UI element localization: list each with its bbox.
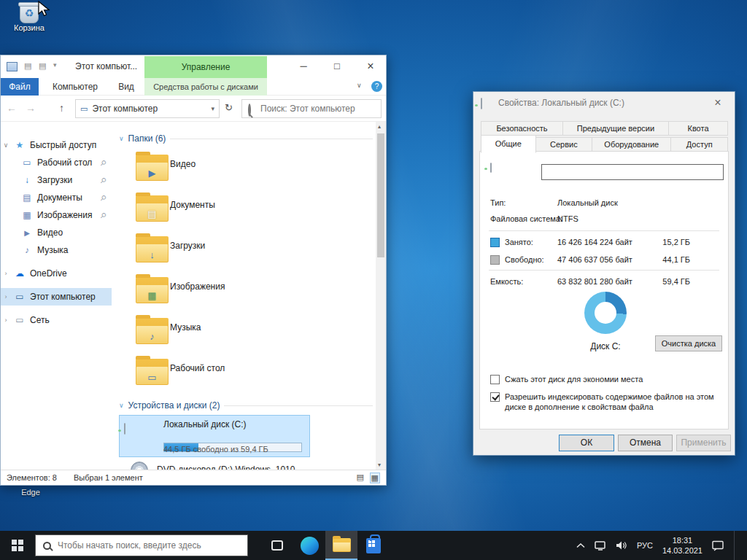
group-divider: [224, 405, 373, 406]
sidebar-item-label: Видео: [37, 228, 63, 238]
apply-button[interactable]: Применить: [676, 435, 731, 451]
chevron-right-icon[interactable]: [2, 293, 9, 300]
address-bar-row: Этот компьютер: [1, 96, 386, 122]
chevron-right-icon[interactable]: [2, 270, 9, 277]
tab-computer[interactable]: Компьютер: [42, 78, 109, 96]
volume-icon[interactable]: [616, 540, 627, 551]
tab-security[interactable]: Безопасность: [481, 121, 563, 136]
refresh-icon[interactable]: [225, 102, 233, 113]
maximize-button[interactable]: [320, 55, 354, 77]
folder-item-videos[interactable]: Видео: [112, 148, 376, 189]
folder-item-documents[interactable]: Документы: [112, 189, 376, 230]
explorer-search-input[interactable]: [260, 101, 377, 116]
index-checkbox[interactable]: [490, 392, 500, 402]
qat-customize-chevron-icon[interactable]: [53, 61, 57, 69]
qat-properties-icon[interactable]: [24, 61, 31, 71]
pin-icon: [101, 194, 106, 202]
cancel-button[interactable]: Отмена: [618, 435, 673, 451]
nav-forward-icon[interactable]: [26, 102, 36, 114]
chevron-right-icon[interactable]: [2, 316, 9, 324]
disk-cleanup-button[interactable]: Очистка диска: [655, 335, 722, 351]
minimize-button[interactable]: [287, 55, 320, 77]
sidebar-item-videos[interactable]: Видео: [1, 224, 112, 241]
sidebar-item-pictures[interactable]: Изображения: [1, 206, 112, 224]
explorer-taskbar-button[interactable]: [325, 531, 357, 560]
index-checkbox-label[interactable]: Разрешить индексировать содержимое файло…: [505, 392, 722, 412]
folder-item-downloads[interactable]: Загрузки: [112, 230, 376, 271]
vertical-scrollbar[interactable]: [376, 122, 386, 470]
folder-item-label: Рабочий стол: [170, 363, 225, 373]
sidebar-item-this-pc[interactable]: Этот компьютер: [1, 288, 112, 306]
folder-item-desktop[interactable]: Рабочий стол: [112, 352, 376, 393]
sidebar-item-downloads[interactable]: Загрузки: [1, 171, 112, 189]
store-taskbar-button[interactable]: [357, 531, 390, 560]
tab-quota[interactable]: Квота: [668, 121, 728, 136]
devices-group-header[interactable]: Устройства и диски (2): [119, 399, 373, 412]
ribbon-collapse-chevron-icon[interactable]: [357, 82, 362, 89]
tab-tools[interactable]: Сервис: [535, 137, 593, 152]
clock[interactable]: 18:31 14.03.2021: [662, 535, 703, 556]
close-button[interactable]: [354, 55, 387, 77]
sidebar-item-onedrive[interactable]: OneDrive: [1, 265, 112, 282]
qat-new-folder-icon[interactable]: [39, 61, 46, 71]
clock-date: 14.03.2021: [662, 545, 703, 556]
start-button[interactable]: [0, 531, 35, 560]
sidebar-item-desktop[interactable]: Рабочий стол: [1, 154, 112, 171]
edge-shortcut-label[interactable]: Edge: [10, 488, 51, 497]
sidebar-item-quick-access[interactable]: Быстрый доступ: [1, 136, 112, 154]
videos-folder-icon: [136, 155, 169, 181]
pin-icon: [101, 159, 106, 167]
sidebar-item-documents[interactable]: Документы: [1, 189, 112, 206]
used-bytes: 16 426 164 224 байт: [557, 238, 632, 246]
compress-checkbox[interactable]: [490, 375, 500, 384]
tab-drive-tools[interactable]: Средства работы с дисками: [144, 78, 267, 96]
task-view-button[interactable]: [261, 531, 293, 560]
volume-label-input[interactable]: [541, 164, 724, 180]
sidebar-item-music[interactable]: Музыка: [1, 241, 112, 259]
nav-back-icon[interactable]: [7, 102, 17, 114]
action-center-icon[interactable]: [712, 540, 724, 551]
show-desktop-button[interactable]: [734, 531, 737, 560]
contextual-tab-group[interactable]: Управление: [144, 56, 267, 78]
scrollbar-thumb[interactable]: [377, 133, 384, 257]
large-icons-view-icon[interactable]: [370, 472, 380, 483]
tab-file[interactable]: Файл: [1, 78, 39, 96]
compress-checkbox-label[interactable]: Сжать этот диск для экономии места: [505, 375, 643, 384]
taskbar-search-input[interactable]: [58, 540, 247, 551]
chevron-down-icon[interactable]: [119, 402, 124, 409]
edge-taskbar-button[interactable]: [293, 531, 325, 560]
nav-up-icon[interactable]: [59, 102, 64, 114]
help-icon[interactable]: [371, 81, 382, 92]
sidebar-item-label: Рабочий стол: [37, 158, 92, 168]
ok-button[interactable]: ОК: [559, 435, 614, 451]
tab-view[interactable]: Вид: [109, 78, 144, 96]
edge-icon: [301, 537, 319, 555]
address-bar[interactable]: Этот компьютер: [75, 99, 220, 118]
tab-hardware[interactable]: Оборудование: [592, 137, 671, 152]
tab-sharing[interactable]: Доступ: [670, 137, 728, 152]
chevron-down-icon[interactable]: [2, 141, 9, 149]
network-status-icon[interactable]: [595, 541, 606, 551]
dvd-drive-item[interactable]: DVD-дисковод (D:) Windows_1010: [119, 460, 376, 470]
scroll-down-icon[interactable]: [378, 462, 381, 468]
sidebar-item-label: Этот компьютер: [30, 292, 96, 302]
free-space-swatch: [490, 255, 500, 265]
details-view-icon[interactable]: [357, 472, 364, 482]
taskbar-search-box[interactable]: [35, 534, 248, 556]
language-indicator[interactable]: РУС: [637, 541, 653, 550]
scroll-up-icon[interactable]: [378, 123, 381, 130]
tab-previous-versions[interactable]: Предыдущие версии: [562, 121, 669, 136]
drive-c-item[interactable]: Локальный диск (C:) 44,5 ГБ свободно из …: [119, 415, 310, 457]
chevron-down-icon[interactable]: [119, 135, 124, 142]
sidebar-item-network[interactable]: Сеть: [1, 311, 112, 329]
dialog-close-button[interactable]: [701, 92, 735, 114]
tab-general[interactable]: Общие: [481, 135, 536, 153]
explorer-system-icon[interactable]: [7, 62, 18, 71]
folders-group-header[interactable]: Папки (6): [119, 132, 373, 145]
sidebar-item-label: Загрузки: [37, 175, 72, 185]
folder-item-music[interactable]: Музыка: [112, 311, 376, 352]
address-dropdown-icon[interactable]: [211, 105, 214, 112]
tray-expand-chevron-icon[interactable]: [576, 543, 585, 548]
explorer-search-box[interactable]: [241, 99, 382, 118]
folder-item-pictures[interactable]: Изображения: [112, 271, 376, 311]
